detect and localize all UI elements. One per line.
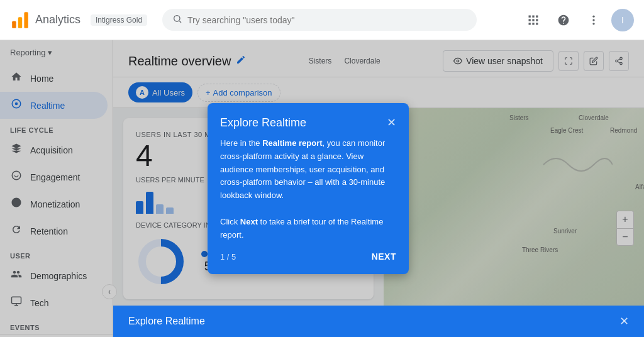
modal-footer: 1 / 5 NEXT (220, 251, 396, 262)
explore-realtime-modal: Explore Realtime ✕ Here in the Realtime … (208, 103, 409, 274)
svg-rect-6 (532, 15, 534, 17)
svg-rect-1 (18, 17, 22, 28)
bottom-banner-label: Explore Realtime (128, 316, 205, 327)
logo-area: Analytics Intigress Gold (10, 10, 147, 30)
svg-rect-9 (532, 19, 534, 21)
svg-rect-2 (24, 12, 28, 28)
svg-rect-13 (536, 23, 538, 25)
svg-rect-11 (529, 23, 531, 25)
search-bar[interactable] (162, 9, 477, 31)
search-icon (172, 14, 182, 26)
svg-rect-0 (12, 21, 16, 28)
more-button[interactable] (581, 8, 606, 33)
modal-title-bar: Explore Realtime ✕ (220, 116, 396, 130)
modal-next-button[interactable]: NEXT (372, 251, 396, 262)
avatar-button[interactable]: I (611, 9, 634, 31)
help-button[interactable] (551, 8, 576, 33)
app-title: Analytics (35, 13, 80, 26)
modal-close-button[interactable]: ✕ (387, 116, 396, 130)
apps-button[interactable] (521, 8, 546, 33)
svg-point-16 (592, 23, 594, 25)
svg-rect-7 (536, 15, 538, 17)
google-analytics-logo (10, 10, 30, 30)
top-header: Analytics Intigress Gold I (0, 0, 644, 40)
svg-point-3 (174, 16, 180, 21)
modal-overlay: Explore Realtime ✕ Here in the Realtime … (0, 40, 644, 337)
modal-page-indicator: 1 / 5 (220, 252, 236, 262)
account-selector[interactable]: Intigress Gold (91, 14, 147, 26)
svg-point-15 (592, 19, 594, 21)
bottom-banner-close-button[interactable]: ✕ (619, 314, 629, 328)
modal-body: Here in the Realtime report, you can mon… (220, 137, 396, 241)
header-actions: I (521, 8, 634, 33)
modal-cta-bold: Next (240, 217, 258, 226)
svg-line-4 (179, 21, 181, 23)
svg-point-14 (592, 15, 594, 17)
svg-rect-10 (536, 19, 538, 21)
modal-bold-text: Realtime report (262, 138, 322, 148)
modal-cta-text: Click (220, 217, 240, 226)
svg-rect-8 (529, 19, 531, 21)
search-input[interactable] (187, 15, 467, 25)
bottom-explore-banner: Explore Realtime ✕ (113, 306, 644, 337)
modal-title-text: Explore Realtime (220, 116, 306, 130)
account-name: Intigress Gold (91, 14, 147, 26)
svg-rect-12 (532, 23, 534, 25)
modal-body-text1: Here in the (220, 138, 262, 148)
svg-rect-5 (529, 15, 531, 17)
